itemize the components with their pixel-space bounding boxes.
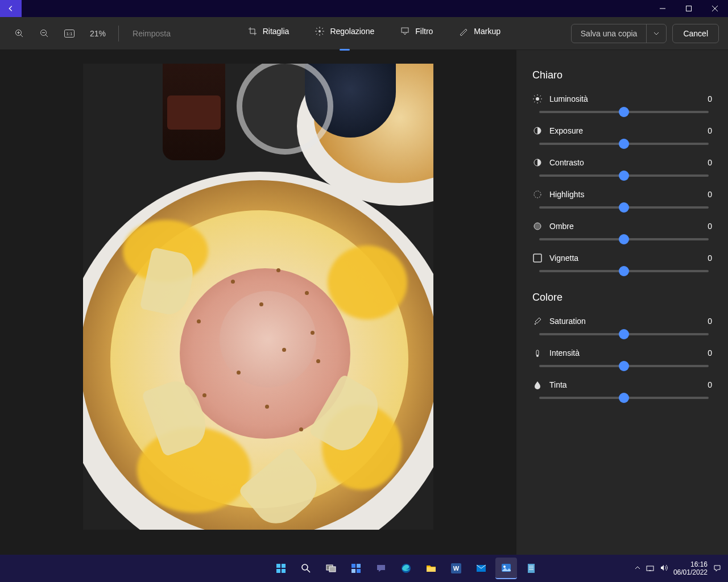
edge-icon[interactable] xyxy=(395,558,417,579)
slider-thumb[interactable] xyxy=(619,139,629,149)
brightness-icon xyxy=(532,94,543,104)
canvas-area[interactable] xyxy=(0,50,516,555)
tab-group: Ritaglia Regolazione Filtro Markup xyxy=(182,23,566,44)
svg-point-40 xyxy=(536,355,539,357)
explorer-icon[interactable] xyxy=(420,558,442,579)
slider-thumb[interactable] xyxy=(619,393,629,403)
cancel-button[interactable]: Cancel xyxy=(672,24,719,43)
slider-label: Highlights xyxy=(549,190,701,199)
tab-crop[interactable]: Ritaglia xyxy=(246,23,292,44)
svg-rect-54 xyxy=(427,567,436,572)
svg-text:1:1: 1:1 xyxy=(66,31,73,36)
zoom-percent: 21% xyxy=(84,29,111,38)
svg-line-46 xyxy=(307,569,310,572)
save-dropdown-button[interactable] xyxy=(646,24,666,43)
svg-line-18 xyxy=(316,28,317,29)
search-icon[interactable] xyxy=(295,558,317,579)
tray-network-icon[interactable] xyxy=(646,564,654,573)
back-button[interactable] xyxy=(0,0,22,17)
system-tray[interactable]: 16:16 06/01/2022 xyxy=(635,560,721,577)
maximize-button[interactable] xyxy=(676,0,702,17)
slider-track[interactable] xyxy=(539,111,709,113)
close-button[interactable] xyxy=(702,0,728,17)
slider-highlights: Highlights 0 xyxy=(532,189,712,209)
slider-thumb[interactable] xyxy=(619,361,629,371)
tab-filter[interactable]: Filtro xyxy=(398,23,435,44)
crop-icon xyxy=(248,27,257,36)
slider-track[interactable] xyxy=(539,270,709,272)
slider-label: Intensità xyxy=(549,348,701,357)
mail-icon[interactable] xyxy=(470,558,492,579)
slider-thumb[interactable] xyxy=(619,234,629,244)
slider-track[interactable] xyxy=(539,206,709,209)
svg-rect-48 xyxy=(329,567,336,572)
chat-icon[interactable] xyxy=(370,558,392,579)
notepad-icon[interactable] xyxy=(520,558,542,579)
zoom-out-button[interactable] xyxy=(34,23,55,44)
slider-value: 0 xyxy=(708,317,712,326)
slider-track[interactable] xyxy=(539,333,709,335)
slider-label: Vignetta xyxy=(549,253,701,263)
svg-rect-44 xyxy=(282,569,286,573)
saturation-icon xyxy=(532,316,543,326)
photos-icon[interactable] xyxy=(495,558,517,579)
tray-clock[interactable]: 16:16 06/01/2022 xyxy=(673,560,708,577)
tab-adjustment[interactable]: Regolazione xyxy=(313,23,377,44)
adjustment-panel: Chiaro Luminosità 0 Exposure 0 Contrasto… xyxy=(516,50,728,555)
tab-markup[interactable]: Markup xyxy=(457,23,503,44)
vignette-icon xyxy=(532,253,543,263)
fit-button[interactable]: 1:1 xyxy=(59,23,80,44)
toolbar: 1:1 21% Reimposta Ritaglia Regolazione F… xyxy=(0,17,728,50)
slider-track[interactable] xyxy=(539,174,709,177)
slider-track[interactable] xyxy=(539,143,709,145)
svg-line-19 xyxy=(322,34,323,35)
reset-button[interactable]: Reimposta xyxy=(126,26,177,41)
svg-point-59 xyxy=(503,566,506,568)
svg-rect-42 xyxy=(282,564,286,568)
taskbar-center: W xyxy=(177,558,635,579)
svg-line-5 xyxy=(20,35,23,37)
content: Chiaro Luminosità 0 Exposure 0 Contrasto… xyxy=(0,50,728,555)
word-icon[interactable]: W xyxy=(445,558,467,579)
start-button[interactable] xyxy=(270,558,292,579)
slider-thumb[interactable] xyxy=(619,329,629,339)
svg-line-20 xyxy=(322,28,323,29)
svg-rect-60 xyxy=(528,564,535,573)
tray-volume-icon[interactable] xyxy=(660,564,668,573)
slider-label: Luminosità xyxy=(549,94,701,103)
tray-notifications-icon[interactable] xyxy=(713,564,721,573)
zoom-in-button[interactable] xyxy=(9,23,30,44)
tray-chevron-icon[interactable] xyxy=(635,564,640,572)
slider-value: 0 xyxy=(708,190,712,199)
section-color-title: Colore xyxy=(532,292,712,304)
filter-icon xyxy=(400,27,410,36)
slider-thumb[interactable] xyxy=(619,202,629,213)
tab-label: Filtro xyxy=(415,27,433,36)
slider-track[interactable] xyxy=(539,365,709,367)
slider-value: 0 xyxy=(708,222,712,231)
slider-thumb[interactable] xyxy=(619,171,629,181)
shadows-icon xyxy=(532,221,543,231)
slider-thumb[interactable] xyxy=(619,107,629,117)
contrast-icon xyxy=(532,157,543,168)
tint-icon xyxy=(532,380,543,390)
slider-label: Exposure xyxy=(549,126,701,135)
slider-label: Tinta xyxy=(549,380,701,389)
svg-line-30 xyxy=(540,95,541,97)
slider-track[interactable] xyxy=(539,238,709,240)
highlights-icon xyxy=(532,189,543,199)
slider-value: 0 xyxy=(708,126,712,135)
titlebar xyxy=(0,0,728,17)
minimize-button[interactable] xyxy=(650,0,676,17)
widgets-icon[interactable] xyxy=(345,558,367,579)
save-split-button: Salva una copia xyxy=(571,24,667,43)
save-button[interactable]: Salva una copia xyxy=(572,24,647,43)
svg-rect-37 xyxy=(533,254,541,262)
slider-thumb[interactable] xyxy=(619,266,629,276)
section-light-title: Chiaro xyxy=(532,69,712,81)
slider-saturation: Saturation 0 xyxy=(532,316,712,335)
svg-rect-41 xyxy=(276,564,280,568)
taskview-icon[interactable] xyxy=(320,558,342,579)
slider-track[interactable] xyxy=(539,397,709,399)
tab-label: Markup xyxy=(474,27,500,36)
